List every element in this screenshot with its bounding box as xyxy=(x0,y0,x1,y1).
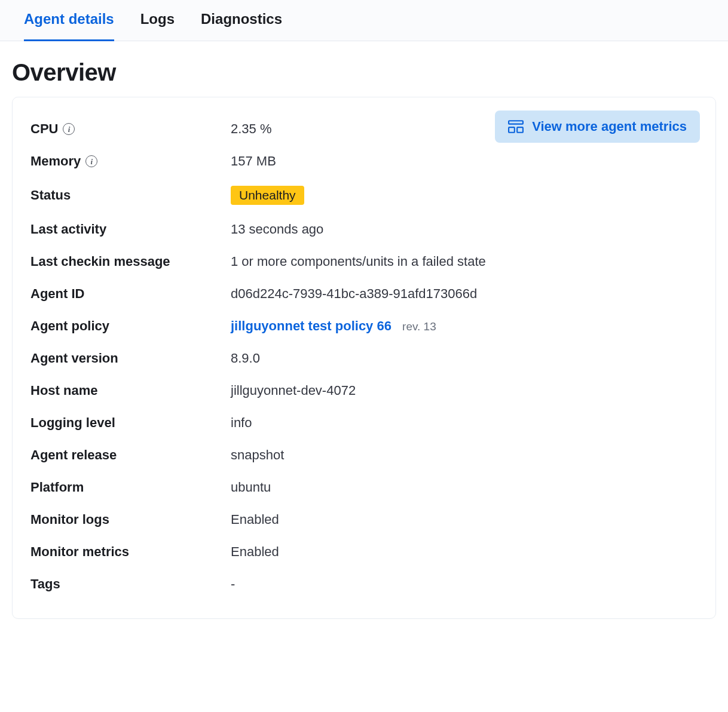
row-tags: Tags - xyxy=(30,568,698,600)
row-status: Status Unhealthy xyxy=(30,177,698,213)
value-agent-id: d06d224c-7939-41bc-a389-91afd173066d xyxy=(231,286,698,302)
label-logging-level: Logging level xyxy=(30,415,231,431)
row-last-activity: Last activity 13 seconds ago xyxy=(30,213,698,245)
svg-rect-1 xyxy=(509,127,515,133)
row-agent-release: Agent release snapshot xyxy=(30,439,698,471)
row-monitor-metrics: Monitor metrics Enabled xyxy=(30,536,698,568)
label-agent-id: Agent ID xyxy=(30,286,231,302)
label-cpu: CPU i xyxy=(30,121,231,137)
agent-policy-rev: rev. 13 xyxy=(402,320,436,333)
row-memory: Memory i 157 MB xyxy=(30,145,698,177)
value-logging-level: info xyxy=(231,415,698,431)
value-tags: - xyxy=(231,576,698,592)
tab-bar: Agent details Logs Diagnostics xyxy=(0,0,728,41)
label-agent-release: Agent release xyxy=(30,447,231,463)
row-last-checkin-message: Last checkin message 1 or more component… xyxy=(30,245,698,278)
label-host-name: Host name xyxy=(30,383,231,398)
row-platform: Platform ubuntu xyxy=(30,471,698,504)
row-logging-level: Logging level info xyxy=(30,407,698,439)
value-agent-release: snapshot xyxy=(231,447,698,463)
overview-card: View more agent metrics CPU i 2.35 % Mem… xyxy=(12,97,716,619)
value-memory: 157 MB xyxy=(231,154,698,169)
tab-diagnostics[interactable]: Diagnostics xyxy=(201,0,282,41)
status-badge: Unhealthy xyxy=(231,186,304,205)
label-status: Status xyxy=(30,188,231,203)
row-agent-version: Agent version 8.9.0 xyxy=(30,342,698,375)
tab-logs[interactable]: Logs xyxy=(140,0,175,41)
label-memory: Memory i xyxy=(30,154,231,169)
view-more-metrics-button[interactable]: View more agent metrics xyxy=(495,111,700,143)
label-monitor-logs: Monitor logs xyxy=(30,512,231,527)
value-last-activity: 13 seconds ago xyxy=(231,222,698,237)
agent-policy-link[interactable]: jillguyonnet test policy 66 xyxy=(231,318,391,333)
label-last-activity: Last activity xyxy=(30,222,231,237)
label-platform: Platform xyxy=(30,480,231,495)
value-host-name: jillguyonnet-dev-4072 xyxy=(231,383,698,398)
info-icon[interactable]: i xyxy=(85,155,97,167)
value-status: Unhealthy xyxy=(231,186,698,205)
view-more-metrics-label: View more agent metrics xyxy=(532,119,687,134)
row-agent-id: Agent ID d06d224c-7939-41bc-a389-91afd17… xyxy=(30,278,698,310)
label-tags: Tags xyxy=(30,576,231,592)
label-last-checkin-message: Last checkin message xyxy=(30,254,231,269)
info-icon[interactable]: i xyxy=(63,123,75,135)
value-monitor-logs: Enabled xyxy=(231,512,698,527)
row-monitor-logs: Monitor logs Enabled xyxy=(30,504,698,536)
value-last-checkin-message: 1 or more components/units in a failed s… xyxy=(231,254,698,269)
page-title: Overview xyxy=(0,41,728,97)
metrics-icon xyxy=(508,120,524,133)
label-agent-policy: Agent policy xyxy=(30,318,231,334)
svg-rect-2 xyxy=(517,127,523,133)
svg-rect-0 xyxy=(509,121,523,124)
value-agent-policy: jillguyonnet test policy 66 rev. 13 xyxy=(231,318,698,334)
label-cpu-text: CPU xyxy=(30,121,58,137)
value-monitor-metrics: Enabled xyxy=(231,544,698,560)
label-monitor-metrics: Monitor metrics xyxy=(30,544,231,560)
value-agent-version: 8.9.0 xyxy=(231,351,698,366)
tab-agent-details[interactable]: Agent details xyxy=(24,0,114,41)
row-agent-policy: Agent policy jillguyonnet test policy 66… xyxy=(30,310,698,342)
label-agent-version: Agent version xyxy=(30,351,231,366)
row-host-name: Host name jillguyonnet-dev-4072 xyxy=(30,375,698,407)
label-memory-text: Memory xyxy=(30,154,81,169)
value-platform: ubuntu xyxy=(231,480,698,495)
